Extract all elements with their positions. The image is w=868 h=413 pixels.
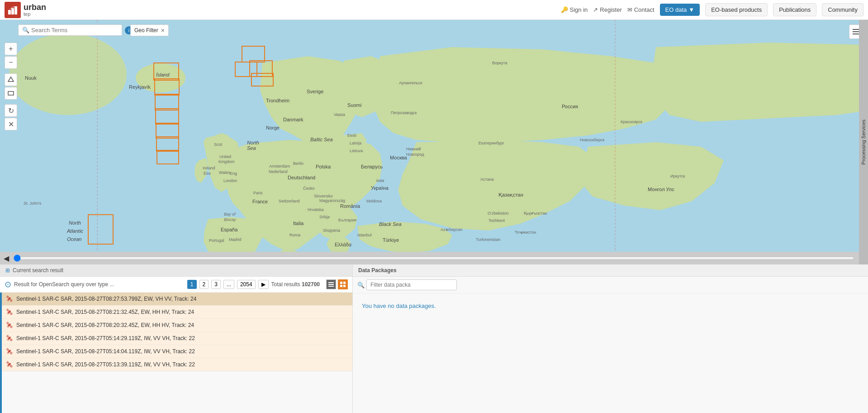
grid-view-button[interactable] xyxy=(338,279,348,289)
svg-text:Тоҷикистон: Тоҷикистон xyxy=(515,230,536,235)
svg-text:Roma: Roma xyxy=(289,233,300,237)
svg-rect-114 xyxy=(328,286,334,287)
search-bar: 🔍 i xyxy=(18,24,133,36)
panel-tab[interactable]: ⊞ Current search result xyxy=(0,264,352,277)
bottom-panels: ⊞ Current search result ⊙ Result for Ope… xyxy=(0,264,868,413)
svg-text:Қазақстан: Қазақстан xyxy=(498,192,523,197)
page-next-button[interactable]: ▶ xyxy=(258,280,269,289)
svg-rect-116 xyxy=(343,282,346,284)
satellite-icon: 🛰 xyxy=(6,335,13,342)
refresh-button[interactable]: ↻ xyxy=(5,104,17,117)
svg-text:Latvija: Latvija xyxy=(350,141,361,145)
draw-rectangle-button[interactable] xyxy=(5,87,17,100)
clear-button[interactable]: ✕ xyxy=(5,118,17,130)
community-button[interactable]: Community xyxy=(822,3,863,16)
svg-text:Vaasa: Vaasa xyxy=(334,112,345,117)
view-buttons xyxy=(326,279,348,289)
logo-title: urban xyxy=(24,3,46,11)
svg-text:Azərbaycan: Azərbaycan xyxy=(441,227,463,232)
eo-based-products-button[interactable]: EO-based products xyxy=(705,3,768,16)
external-link-icon: ↗ xyxy=(593,6,598,13)
data-packages-filter: 🔍 xyxy=(353,277,868,293)
satellite-icon: 🛰 xyxy=(6,308,13,316)
data-packages-empty-message: You have no data packages. xyxy=(353,293,868,318)
page-2-button[interactable]: 2 xyxy=(199,280,209,289)
page-1-button[interactable]: 1 xyxy=(187,280,197,289)
svg-text:Slovensko: Slovensko xyxy=(314,194,333,198)
svg-text:Беларусь: Беларусь xyxy=(361,164,383,169)
zoom-out-button[interactable]: − xyxy=(5,56,17,69)
svg-text:Suomi: Suomi xyxy=(347,102,361,108)
publications-button[interactable]: Publications xyxy=(773,3,816,16)
svg-text:St. John's: St. John's xyxy=(24,201,42,206)
svg-text:Berlin: Berlin xyxy=(293,161,304,166)
register-link[interactable]: ↗ Register xyxy=(593,6,621,13)
svg-text:North: North xyxy=(69,220,81,226)
svg-text:Istanbul: Istanbul xyxy=(357,233,372,237)
svg-rect-118 xyxy=(343,285,346,287)
svg-rect-115 xyxy=(340,282,342,284)
geo-filter-close[interactable]: × xyxy=(161,27,165,34)
svg-text:Україна: Україна xyxy=(371,185,389,191)
draw-polygon-button[interactable] xyxy=(5,73,17,86)
header: urban tep 🔑 Sign in ↗ Register ✉ Contact… xyxy=(0,0,868,20)
svg-text:Київ: Київ xyxy=(376,178,384,183)
svg-text:Hrvatska: Hrvatska xyxy=(308,207,324,212)
search-input[interactable] xyxy=(31,27,117,34)
svg-rect-108 xyxy=(8,91,14,95)
svg-text:Türkiye: Türkiye xyxy=(383,237,399,243)
logo-area: urban tep xyxy=(5,2,46,18)
data-packages-filter-input[interactable] xyxy=(366,279,457,290)
sign-in-link[interactable]: 🔑 Sign in xyxy=(561,6,588,13)
svg-text:Madrid: Madrid xyxy=(229,237,242,242)
eo-data-button[interactable]: EO data ▼ xyxy=(660,4,700,16)
svg-text:Paris: Paris xyxy=(253,191,263,195)
result-item[interactable]: 🛰 Sentinel-1 SAR-C SAR, 2015-08-27T05:13… xyxy=(2,358,352,371)
page-2054-button[interactable]: 2054 xyxy=(237,280,256,289)
result-item[interactable]: 🛰 Sentinel-1 SAR-C SAR, 2015-08-27T08:21… xyxy=(2,306,352,319)
sign-in-icon: 🔑 xyxy=(561,6,568,13)
svg-text:Srbija: Srbija xyxy=(319,215,330,219)
zoom-in-button[interactable]: + xyxy=(5,43,17,55)
svg-text:Новгород: Новгород xyxy=(406,152,424,157)
svg-text:Sverige: Sverige xyxy=(307,89,323,94)
svg-text:Ocean: Ocean xyxy=(67,236,81,242)
svg-text:Italia: Italia xyxy=(293,221,304,226)
svg-text:Deutschland: Deutschland xyxy=(288,175,315,180)
svg-text:Norge: Norge xyxy=(266,125,280,130)
svg-text:Архангельск: Архангельск xyxy=(399,81,422,85)
page-3-button[interactable]: 3 xyxy=(211,280,221,289)
contact-link[interactable]: ✉ Contact xyxy=(627,6,655,13)
nav-right: 🔑 Sign in ↗ Register ✉ Contact EO data ▼… xyxy=(561,3,863,16)
result-item[interactable]: 🛰 Sentinel-1 SAR-C SAR, 2015-08-27T05:14… xyxy=(2,332,352,345)
svg-rect-2 xyxy=(14,6,17,14)
timeline-left-arrow[interactable]: ◀ xyxy=(4,254,9,263)
svg-text:Иркутск: Иркутск xyxy=(670,174,685,178)
svg-text:Екатеринбург: Екатеринбург xyxy=(479,141,504,145)
logo-icon xyxy=(5,2,21,18)
timeline-slider[interactable] xyxy=(14,255,854,262)
svg-text:România: România xyxy=(340,203,360,209)
satellite-icon: 🛰 xyxy=(6,361,13,368)
result-item[interactable]: 🛰 Sentinel-1 SAR-C SAR, 2015-08-27T08:20… xyxy=(2,319,352,332)
svg-text:Ελλάδα: Ελλάδα xyxy=(335,242,352,247)
svg-text:O'zbekiston: O'zbekiston xyxy=(488,211,509,216)
svg-marker-107 xyxy=(8,77,14,82)
total-results: Total results 102700 xyxy=(271,281,320,288)
svg-text:Nederland: Nederland xyxy=(269,169,288,174)
search-input-wrap: 🔍 xyxy=(18,24,122,36)
result-item[interactable]: 🛰 Sentinel-1 SAR-C SAR, 2015-08-27T08:27… xyxy=(2,293,352,306)
result-item[interactable]: 🛰 Sentinel-1 SAR-C SAR, 2015-08-27T05:14… xyxy=(2,345,352,358)
svg-text:Астана: Астана xyxy=(480,177,494,182)
svg-text:Toshkent: Toshkent xyxy=(489,218,505,223)
map-controls: + − ↻ ✕ xyxy=(5,43,17,130)
svg-rect-0 xyxy=(8,10,11,14)
svg-text:Nuuk: Nuuk xyxy=(25,75,37,81)
processing-services-sidebar[interactable]: Processing Services xyxy=(859,20,868,264)
map-container[interactable]: Nuuk Reykjavík Ísland Trondheim Norge Sv… xyxy=(0,20,868,264)
filter-search-icon: 🔍 xyxy=(357,282,365,288)
svg-text:Воркута: Воркута xyxy=(492,61,508,65)
svg-text:Reykjavík: Reykjavík xyxy=(129,84,151,90)
svg-text:Shqipëria: Shqipëria xyxy=(323,228,340,233)
list-view-button[interactable] xyxy=(326,279,336,289)
